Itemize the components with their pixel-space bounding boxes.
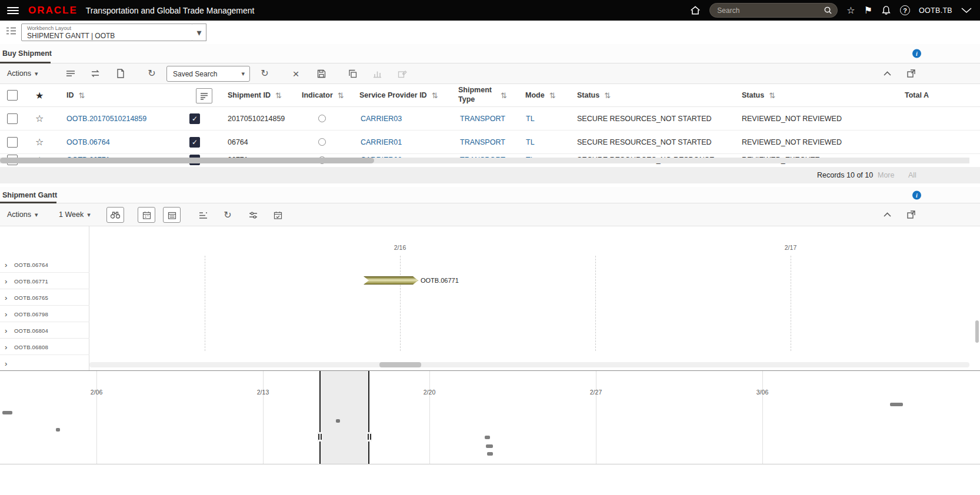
favorite-column-star-icon[interactable] xyxy=(35,84,44,106)
gantt-vertical-scrollbar[interactable] xyxy=(975,320,979,343)
notifications-bell-icon[interactable] xyxy=(881,5,891,15)
export-document-icon[interactable] xyxy=(112,65,129,82)
sort-icon[interactable] xyxy=(79,91,85,100)
hamburger-menu-icon[interactable] xyxy=(7,7,19,14)
scrollbar-thumb[interactable] xyxy=(379,362,421,367)
saved-search-select[interactable]: Saved Search xyxy=(166,66,250,82)
col-header-mode: Mode xyxy=(525,91,545,99)
overview-selection-window[interactable] xyxy=(319,371,369,464)
expand-chevron-icon[interactable] xyxy=(5,343,7,350)
more-button[interactable]: More xyxy=(878,171,894,179)
col-header-indicator: Indicator xyxy=(302,91,333,99)
info-icon[interactable] xyxy=(912,49,921,58)
service-provider-link[interactable]: CARRIER03 xyxy=(361,107,402,130)
gantt-row-header[interactable]: OOTB.06804 xyxy=(0,322,89,339)
workbench-layout-dropdown-icon[interactable] xyxy=(192,24,206,41)
select-all-checkbox[interactable] xyxy=(7,90,18,101)
sort-icon[interactable] xyxy=(501,91,507,100)
user-chevron-down-icon[interactable] xyxy=(961,8,972,14)
maximize-panel-icon[interactable] xyxy=(905,69,918,78)
collapse-panel-icon[interactable] xyxy=(881,212,893,217)
collapse-panel-icon[interactable] xyxy=(881,71,893,76)
expand-chevron-icon[interactable] xyxy=(5,326,7,334)
sort-icon[interactable] xyxy=(338,91,344,100)
all-button[interactable]: All xyxy=(908,171,916,179)
gantt-row-header[interactable]: OOTB.06771 xyxy=(0,273,89,289)
row-checkbox[interactable] xyxy=(7,113,18,124)
selection-left-resize-handle[interactable] xyxy=(317,432,322,442)
table-menu-button[interactable] xyxy=(196,88,212,103)
search-icon[interactable] xyxy=(824,6,832,15)
chevron-down-icon xyxy=(35,70,38,78)
expand-chevron-icon[interactable] xyxy=(5,277,7,285)
gantt-row-header[interactable]: OOTB.06764 xyxy=(0,256,89,273)
shipment-type-link[interactable]: TRANSPORT xyxy=(460,107,505,130)
reload-icon[interactable] xyxy=(144,65,160,82)
sort-icon[interactable] xyxy=(549,91,556,100)
schedule-calendar-icon[interactable] xyxy=(269,207,286,223)
gantt-row-header[interactable]: OOTB.06798 xyxy=(0,306,89,322)
actions-menu-button[interactable]: Actions xyxy=(7,63,38,83)
row-star-icon[interactable] xyxy=(35,107,44,130)
gantt-row-header[interactable]: OOTB.06765 xyxy=(0,289,89,306)
gantt-horizontal-scrollbar[interactable] xyxy=(89,362,969,367)
calendar-list-icon[interactable] xyxy=(163,207,181,223)
table-columns-icon[interactable] xyxy=(62,65,79,82)
gantt-shipment-bar[interactable] xyxy=(364,276,418,285)
tab-shipment-gantt[interactable]: Shipment Gantt xyxy=(2,191,57,199)
sort-icon[interactable] xyxy=(432,91,438,100)
status-2-value: REVIEWED_NOT REVIEWED xyxy=(742,131,842,153)
row-checkbox[interactable] xyxy=(7,137,18,148)
home-icon[interactable] xyxy=(690,5,701,15)
global-search-box[interactable] xyxy=(709,3,838,18)
workbench-layout-field[interactable]: Workbench Layout SHIPMENT GANTT | OOTB xyxy=(21,24,193,41)
calendar-grid-icon[interactable] xyxy=(138,207,155,223)
workbench-list-icon[interactable] xyxy=(6,26,16,36)
row-height-icon[interactable] xyxy=(195,207,211,223)
expand-chevron-icon[interactable] xyxy=(5,360,7,367)
gantt-zoom-range-button[interactable]: 1 Week xyxy=(59,203,91,226)
clear-search-icon[interactable] xyxy=(288,65,304,82)
row-flag-checkbox[interactable] xyxy=(189,137,200,148)
save-icon[interactable] xyxy=(313,65,329,82)
scrollbar-thumb[interactable] xyxy=(0,158,374,163)
table-horizontal-scrollbar[interactable] xyxy=(0,158,969,163)
sort-icon[interactable] xyxy=(769,91,775,100)
gantt-row-header[interactable] xyxy=(0,355,89,372)
gantt-overview-timeline[interactable]: 2/06 2/13 2/20 2/27 3/06 xyxy=(0,370,980,464)
service-provider-link[interactable]: CARRIER01 xyxy=(361,131,402,153)
duplicate-copy-icon[interactable] xyxy=(344,65,361,82)
expand-chevron-icon[interactable] xyxy=(5,260,7,268)
shipment-id-link[interactable]: OOTB.06764 xyxy=(66,131,110,153)
expand-chevron-icon[interactable] xyxy=(5,293,7,301)
table-row[interactable]: OOTB.06764 06764 CARRIER01 TRANSPORT TL … xyxy=(0,131,980,154)
row-flag-checkbox[interactable] xyxy=(189,113,200,124)
compare-swap-icon[interactable] xyxy=(87,65,104,82)
info-icon[interactable] xyxy=(912,190,921,199)
mode-link[interactable]: TL xyxy=(526,131,535,153)
sort-icon[interactable] xyxy=(275,91,282,100)
search-input[interactable] xyxy=(717,6,824,15)
chart-icon xyxy=(369,65,385,82)
flag-icon[interactable] xyxy=(864,6,872,15)
mode-link[interactable]: TL xyxy=(526,107,535,130)
shipment-id-link[interactable]: OOTB.20170510214859 xyxy=(66,107,146,130)
settings-sliders-icon[interactable] xyxy=(245,207,261,223)
row-star-icon[interactable] xyxy=(35,131,44,153)
help-icon[interactable] xyxy=(900,5,910,15)
gantt-refresh-icon[interactable] xyxy=(219,207,236,223)
selection-right-resize-handle[interactable] xyxy=(366,432,372,442)
gantt-chart-area[interactable]: 2/16 2/17 OOTB.06764 OOTB.06771 OOTB.067… xyxy=(0,226,980,370)
user-menu-label[interactable]: OOTB.TB xyxy=(919,6,952,15)
find-binoculars-icon[interactable] xyxy=(106,207,124,223)
expand-chevron-icon[interactable] xyxy=(5,310,7,317)
favorites-star-icon[interactable] xyxy=(846,6,855,15)
sort-icon[interactable] xyxy=(604,91,611,100)
refresh-search-icon[interactable] xyxy=(256,65,273,82)
gantt-row-header[interactable]: OOTB.06808 xyxy=(0,339,89,355)
gantt-actions-menu-button[interactable]: Actions xyxy=(7,203,38,226)
shipment-type-link[interactable]: TRANSPORT xyxy=(460,131,505,153)
tab-buy-shipment[interactable]: Buy Shipment xyxy=(2,49,52,58)
maximize-panel-icon[interactable] xyxy=(905,210,918,219)
table-row[interactable]: OOTB.20170510214859 20170510214859 CARRI… xyxy=(0,107,980,131)
